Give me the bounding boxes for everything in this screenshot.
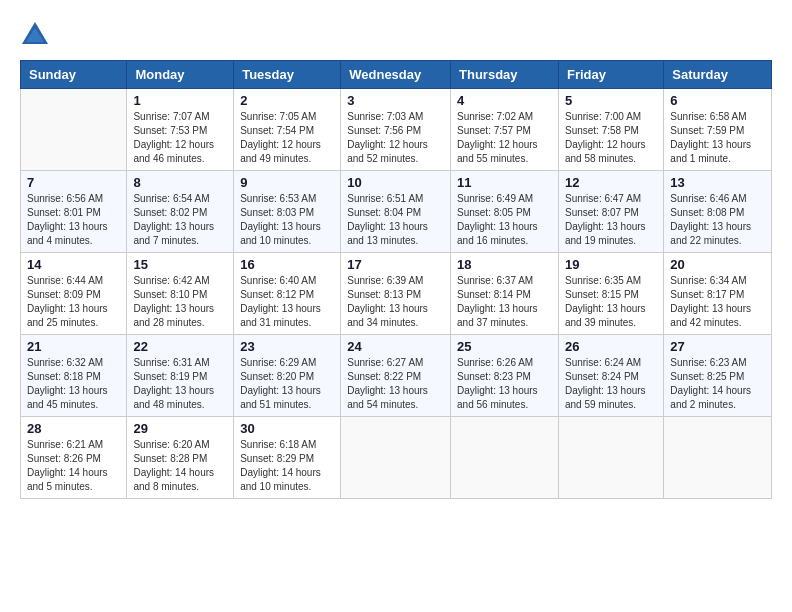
calendar-cell: 13Sunrise: 6:46 AMSunset: 8:08 PMDayligh… xyxy=(664,171,772,253)
weekday-header-sunday: Sunday xyxy=(21,61,127,89)
day-info: Sunrise: 6:47 AMSunset: 8:07 PMDaylight:… xyxy=(565,192,657,248)
calendar-cell: 7Sunrise: 6:56 AMSunset: 8:01 PMDaylight… xyxy=(21,171,127,253)
day-info: Sunrise: 6:18 AMSunset: 8:29 PMDaylight:… xyxy=(240,438,334,494)
day-number: 4 xyxy=(457,93,552,108)
calendar-cell: 11Sunrise: 6:49 AMSunset: 8:05 PMDayligh… xyxy=(451,171,559,253)
calendar-cell: 9Sunrise: 6:53 AMSunset: 8:03 PMDaylight… xyxy=(234,171,341,253)
day-number: 30 xyxy=(240,421,334,436)
day-info: Sunrise: 6:54 AMSunset: 8:02 PMDaylight:… xyxy=(133,192,227,248)
calendar-cell: 3Sunrise: 7:03 AMSunset: 7:56 PMDaylight… xyxy=(341,89,451,171)
day-number: 25 xyxy=(457,339,552,354)
day-number: 19 xyxy=(565,257,657,272)
calendar-table: SundayMondayTuesdayWednesdayThursdayFrid… xyxy=(20,60,772,499)
day-number: 16 xyxy=(240,257,334,272)
calendar-cell: 25Sunrise: 6:26 AMSunset: 8:23 PMDayligh… xyxy=(451,335,559,417)
calendar-cell xyxy=(341,417,451,499)
calendar-cell: 2Sunrise: 7:05 AMSunset: 7:54 PMDaylight… xyxy=(234,89,341,171)
day-info: Sunrise: 6:46 AMSunset: 8:08 PMDaylight:… xyxy=(670,192,765,248)
day-info: Sunrise: 6:29 AMSunset: 8:20 PMDaylight:… xyxy=(240,356,334,412)
day-number: 6 xyxy=(670,93,765,108)
calendar-cell: 26Sunrise: 6:24 AMSunset: 8:24 PMDayligh… xyxy=(558,335,663,417)
calendar-header-row: SundayMondayTuesdayWednesdayThursdayFrid… xyxy=(21,61,772,89)
calendar-cell: 8Sunrise: 6:54 AMSunset: 8:02 PMDaylight… xyxy=(127,171,234,253)
calendar-cell xyxy=(451,417,559,499)
calendar-week-3: 14Sunrise: 6:44 AMSunset: 8:09 PMDayligh… xyxy=(21,253,772,335)
calendar-cell: 29Sunrise: 6:20 AMSunset: 8:28 PMDayligh… xyxy=(127,417,234,499)
day-info: Sunrise: 7:05 AMSunset: 7:54 PMDaylight:… xyxy=(240,110,334,166)
day-info: Sunrise: 6:51 AMSunset: 8:04 PMDaylight:… xyxy=(347,192,444,248)
weekday-header-thursday: Thursday xyxy=(451,61,559,89)
day-info: Sunrise: 6:21 AMSunset: 8:26 PMDaylight:… xyxy=(27,438,120,494)
day-number: 27 xyxy=(670,339,765,354)
day-number: 9 xyxy=(240,175,334,190)
calendar-cell: 24Sunrise: 6:27 AMSunset: 8:22 PMDayligh… xyxy=(341,335,451,417)
day-number: 21 xyxy=(27,339,120,354)
day-info: Sunrise: 6:39 AMSunset: 8:13 PMDaylight:… xyxy=(347,274,444,330)
day-info: Sunrise: 6:40 AMSunset: 8:12 PMDaylight:… xyxy=(240,274,334,330)
calendar-cell: 14Sunrise: 6:44 AMSunset: 8:09 PMDayligh… xyxy=(21,253,127,335)
day-number: 28 xyxy=(27,421,120,436)
day-info: Sunrise: 7:03 AMSunset: 7:56 PMDaylight:… xyxy=(347,110,444,166)
day-number: 14 xyxy=(27,257,120,272)
day-number: 12 xyxy=(565,175,657,190)
logo-icon xyxy=(20,20,50,50)
day-number: 20 xyxy=(670,257,765,272)
weekday-header-wednesday: Wednesday xyxy=(341,61,451,89)
calendar-cell xyxy=(21,89,127,171)
day-info: Sunrise: 6:32 AMSunset: 8:18 PMDaylight:… xyxy=(27,356,120,412)
day-number: 26 xyxy=(565,339,657,354)
calendar-cell: 19Sunrise: 6:35 AMSunset: 8:15 PMDayligh… xyxy=(558,253,663,335)
day-info: Sunrise: 6:20 AMSunset: 8:28 PMDaylight:… xyxy=(133,438,227,494)
day-info: Sunrise: 6:31 AMSunset: 8:19 PMDaylight:… xyxy=(133,356,227,412)
day-number: 11 xyxy=(457,175,552,190)
calendar-cell xyxy=(558,417,663,499)
day-number: 23 xyxy=(240,339,334,354)
day-info: Sunrise: 7:02 AMSunset: 7:57 PMDaylight:… xyxy=(457,110,552,166)
calendar-cell: 12Sunrise: 6:47 AMSunset: 8:07 PMDayligh… xyxy=(558,171,663,253)
day-number: 5 xyxy=(565,93,657,108)
calendar-cell: 22Sunrise: 6:31 AMSunset: 8:19 PMDayligh… xyxy=(127,335,234,417)
calendar-cell: 20Sunrise: 6:34 AMSunset: 8:17 PMDayligh… xyxy=(664,253,772,335)
day-number: 22 xyxy=(133,339,227,354)
calendar-cell: 15Sunrise: 6:42 AMSunset: 8:10 PMDayligh… xyxy=(127,253,234,335)
calendar-cell: 16Sunrise: 6:40 AMSunset: 8:12 PMDayligh… xyxy=(234,253,341,335)
day-number: 1 xyxy=(133,93,227,108)
day-number: 3 xyxy=(347,93,444,108)
day-number: 29 xyxy=(133,421,227,436)
day-info: Sunrise: 6:23 AMSunset: 8:25 PMDaylight:… xyxy=(670,356,765,412)
day-info: Sunrise: 6:49 AMSunset: 8:05 PMDaylight:… xyxy=(457,192,552,248)
day-number: 13 xyxy=(670,175,765,190)
weekday-header-tuesday: Tuesday xyxy=(234,61,341,89)
calendar-cell xyxy=(664,417,772,499)
calendar-cell: 17Sunrise: 6:39 AMSunset: 8:13 PMDayligh… xyxy=(341,253,451,335)
day-info: Sunrise: 6:34 AMSunset: 8:17 PMDaylight:… xyxy=(670,274,765,330)
day-info: Sunrise: 7:07 AMSunset: 7:53 PMDaylight:… xyxy=(133,110,227,166)
day-info: Sunrise: 6:26 AMSunset: 8:23 PMDaylight:… xyxy=(457,356,552,412)
day-number: 10 xyxy=(347,175,444,190)
day-info: Sunrise: 7:00 AMSunset: 7:58 PMDaylight:… xyxy=(565,110,657,166)
calendar-cell: 18Sunrise: 6:37 AMSunset: 8:14 PMDayligh… xyxy=(451,253,559,335)
day-info: Sunrise: 6:27 AMSunset: 8:22 PMDaylight:… xyxy=(347,356,444,412)
day-number: 15 xyxy=(133,257,227,272)
calendar-cell: 6Sunrise: 6:58 AMSunset: 7:59 PMDaylight… xyxy=(664,89,772,171)
day-number: 7 xyxy=(27,175,120,190)
day-info: Sunrise: 6:35 AMSunset: 8:15 PMDaylight:… xyxy=(565,274,657,330)
calendar-week-1: 1Sunrise: 7:07 AMSunset: 7:53 PMDaylight… xyxy=(21,89,772,171)
calendar-cell: 27Sunrise: 6:23 AMSunset: 8:25 PMDayligh… xyxy=(664,335,772,417)
calendar-cell: 10Sunrise: 6:51 AMSunset: 8:04 PMDayligh… xyxy=(341,171,451,253)
calendar-cell: 21Sunrise: 6:32 AMSunset: 8:18 PMDayligh… xyxy=(21,335,127,417)
day-number: 17 xyxy=(347,257,444,272)
calendar-week-5: 28Sunrise: 6:21 AMSunset: 8:26 PMDayligh… xyxy=(21,417,772,499)
calendar-week-2: 7Sunrise: 6:56 AMSunset: 8:01 PMDaylight… xyxy=(21,171,772,253)
day-info: Sunrise: 6:37 AMSunset: 8:14 PMDaylight:… xyxy=(457,274,552,330)
weekday-header-saturday: Saturday xyxy=(664,61,772,89)
day-number: 24 xyxy=(347,339,444,354)
day-number: 8 xyxy=(133,175,227,190)
day-info: Sunrise: 6:53 AMSunset: 8:03 PMDaylight:… xyxy=(240,192,334,248)
day-number: 2 xyxy=(240,93,334,108)
calendar-cell: 5Sunrise: 7:00 AMSunset: 7:58 PMDaylight… xyxy=(558,89,663,171)
page-header xyxy=(20,20,772,50)
weekday-header-monday: Monday xyxy=(127,61,234,89)
day-info: Sunrise: 6:44 AMSunset: 8:09 PMDaylight:… xyxy=(27,274,120,330)
day-info: Sunrise: 6:56 AMSunset: 8:01 PMDaylight:… xyxy=(27,192,120,248)
